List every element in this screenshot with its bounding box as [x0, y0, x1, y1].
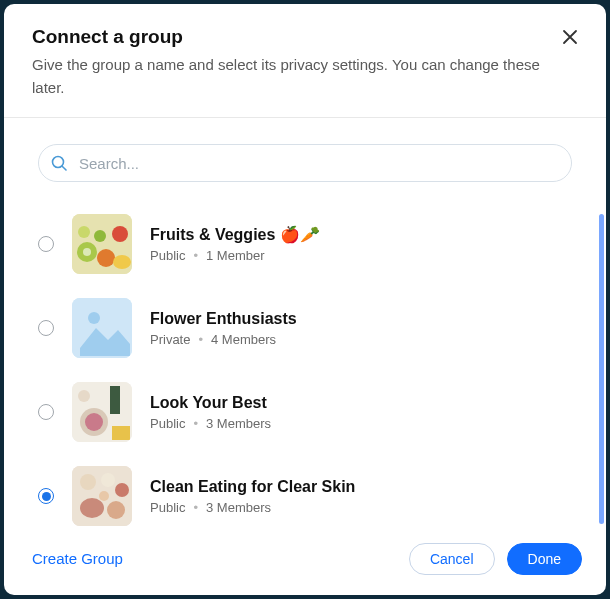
- svg-point-8: [94, 230, 106, 242]
- meta-separator: •: [198, 332, 203, 347]
- group-name: Look Your Best: [150, 394, 572, 412]
- group-privacy: Public: [150, 248, 185, 263]
- cancel-button[interactable]: Cancel: [409, 543, 495, 575]
- svg-point-9: [78, 226, 90, 238]
- group-info: Fruits & Veggies 🍎🥕 Public • 1 Member: [150, 225, 572, 263]
- svg-point-11: [88, 312, 100, 324]
- group-members: 1 Member: [206, 248, 265, 263]
- group-row[interactable]: Fruits & Veggies 🍎🥕 Public • 1 Member: [32, 202, 578, 286]
- scrollbar-thumb[interactable]: [599, 214, 604, 524]
- group-members: 3 Members: [206, 500, 271, 515]
- group-members: 4 Members: [211, 332, 276, 347]
- group-meta: Public • 1 Member: [150, 248, 572, 263]
- group-privacy: Public: [150, 416, 185, 431]
- modal-subtitle: Give the group a name and select its pri…: [32, 54, 552, 99]
- group-row[interactable]: Look Your Best Public • 3 Members: [32, 370, 578, 454]
- svg-point-5: [97, 249, 115, 267]
- group-thumbnail: [72, 466, 132, 526]
- group-thumbnail: [72, 298, 132, 358]
- radio-button[interactable]: [38, 404, 54, 420]
- footer-actions: Cancel Done: [409, 543, 582, 575]
- group-info: Clean Eating for Clear Skin Public • 3 M…: [150, 478, 572, 515]
- close-button[interactable]: [558, 26, 582, 50]
- group-meta: Public • 3 Members: [150, 416, 572, 431]
- svg-rect-16: [112, 426, 130, 440]
- svg-rect-13: [110, 386, 120, 414]
- group-thumbnail: [72, 382, 132, 442]
- connect-group-modal: Connect a group Give the group a name an…: [4, 4, 606, 595]
- svg-point-22: [80, 498, 104, 518]
- group-row[interactable]: Flower Enthusiasts Private • 4 Members: [32, 286, 578, 370]
- svg-point-6: [112, 226, 128, 242]
- group-meta: Public • 3 Members: [150, 500, 572, 515]
- done-button[interactable]: Done: [507, 543, 582, 575]
- svg-line-1: [62, 166, 66, 170]
- modal-body: Fruits & Veggies 🍎🥕 Public • 1 Member: [4, 118, 606, 528]
- modal-header: Connect a group Give the group a name an…: [4, 4, 606, 118]
- group-info: Flower Enthusiasts Private • 4 Members: [150, 310, 572, 347]
- create-group-link[interactable]: Create Group: [32, 542, 123, 575]
- group-members: 3 Members: [206, 416, 271, 431]
- svg-point-19: [80, 474, 96, 490]
- group-thumbnail: [72, 214, 132, 274]
- svg-point-15: [85, 413, 103, 431]
- search-icon: [50, 154, 68, 172]
- group-name: Fruits & Veggies 🍎🥕: [150, 225, 572, 244]
- group-privacy: Public: [150, 500, 185, 515]
- search-field: [38, 144, 572, 182]
- svg-point-4: [83, 248, 91, 256]
- modal-footer: Create Group Cancel Done: [4, 528, 606, 595]
- svg-point-23: [107, 501, 125, 519]
- svg-point-17: [78, 390, 90, 402]
- group-info: Look Your Best Public • 3 Members: [150, 394, 572, 431]
- svg-point-21: [115, 483, 129, 497]
- search-input[interactable]: [38, 144, 572, 182]
- meta-separator: •: [193, 416, 198, 431]
- modal-title: Connect a group: [32, 26, 578, 48]
- radio-button[interactable]: [38, 236, 54, 252]
- group-list: Fruits & Veggies 🍎🥕 Public • 1 Member: [32, 202, 578, 528]
- close-icon: [562, 29, 578, 48]
- radio-button[interactable]: [38, 320, 54, 336]
- radio-button[interactable]: [38, 488, 54, 504]
- meta-separator: •: [193, 500, 198, 515]
- svg-point-20: [101, 473, 115, 487]
- svg-point-7: [113, 255, 131, 269]
- group-row[interactable]: Clean Eating for Clear Skin Public • 3 M…: [32, 454, 578, 528]
- group-privacy: Private: [150, 332, 190, 347]
- svg-point-24: [99, 491, 109, 501]
- group-name: Clean Eating for Clear Skin: [150, 478, 572, 496]
- group-name: Flower Enthusiasts: [150, 310, 572, 328]
- group-meta: Private • 4 Members: [150, 332, 572, 347]
- meta-separator: •: [193, 248, 198, 263]
